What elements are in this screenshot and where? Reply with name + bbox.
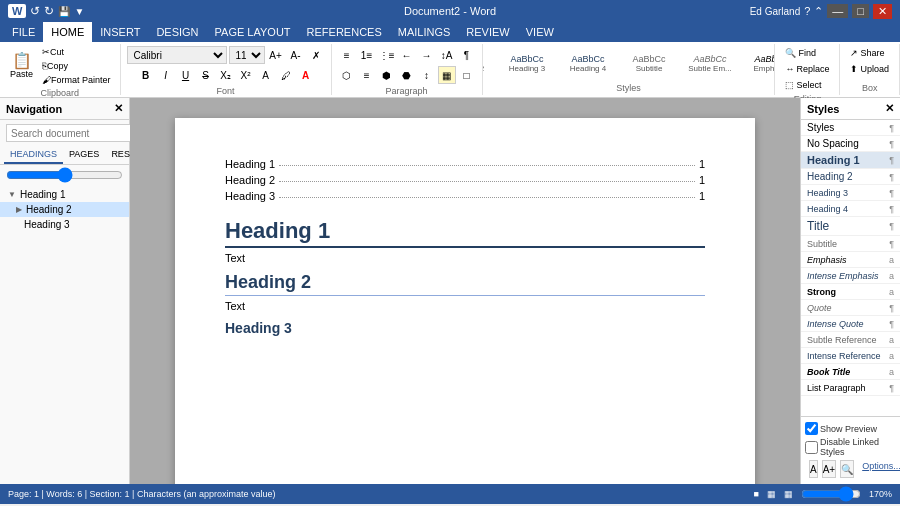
tab-mailings[interactable]: MAILINGS <box>390 22 459 42</box>
doc-page[interactable]: Heading 1 1 Heading 2 1 Heading 3 1 Head… <box>175 118 755 484</box>
style-heading2[interactable]: AaBbCc Heading 2 <box>483 46 495 81</box>
style-row-book-title[interactable]: Book Title a <box>801 364 900 380</box>
align-left-button[interactable]: ⬡ <box>338 66 356 84</box>
tab-insert[interactable]: INSERT <box>92 22 148 42</box>
style-heading3[interactable]: AaBbCc Heading 3 <box>498 46 556 81</box>
doc-text-1[interactable]: Text <box>225 252 705 264</box>
find-button[interactable]: 🔍 Find <box>781 46 820 60</box>
justify-button[interactable]: ⬣ <box>398 66 416 84</box>
doc-area[interactable]: Heading 1 1 Heading 2 1 Heading 3 1 Head… <box>130 98 800 484</box>
sort-button[interactable]: ↕A <box>438 46 456 64</box>
style-row-intense-em[interactable]: Intense Emphasis a <box>801 268 900 284</box>
cut-button[interactable]: ✂ Cut <box>39 46 114 58</box>
tab-references[interactable]: REFERENCES <box>299 22 390 42</box>
underline-button[interactable]: U <box>177 66 195 84</box>
italic-button[interactable]: I <box>157 66 175 84</box>
subscript-button[interactable]: X₂ <box>217 66 235 84</box>
replace-button[interactable]: ↔ Replace <box>781 62 833 76</box>
style-row-emphasis[interactable]: Emphasis a <box>801 252 900 268</box>
view-normal-button[interactable]: ■ <box>754 489 759 499</box>
maximize-button[interactable]: □ <box>852 4 869 18</box>
bold-button[interactable]: B <box>137 66 155 84</box>
copy-button[interactable]: ⎘ Copy <box>39 60 114 72</box>
tab-design[interactable]: DESIGN <box>148 22 206 42</box>
doc-text-2[interactable]: Text <box>225 300 705 312</box>
clear-format-button[interactable]: ✗ <box>307 46 325 64</box>
new-style-button[interactable]: A <box>809 460 818 478</box>
style-row-styles[interactable]: Styles ¶ <box>801 120 900 136</box>
doc-heading3[interactable]: Heading 3 <box>225 320 705 336</box>
style-row-list-paragraph[interactable]: List Paragraph ¶ <box>801 380 900 396</box>
nav-item-heading1[interactable]: ▼ Heading 1 <box>0 187 129 202</box>
minimize-button[interactable]: — <box>827 4 848 18</box>
doc-heading2[interactable]: Heading 2 <box>225 272 705 296</box>
manage-styles-button[interactable]: 🔍 <box>840 460 854 478</box>
paste-button[interactable]: 📋 Paste <box>6 51 37 81</box>
style-row-heading1[interactable]: Heading 1 ¶ <box>801 152 900 169</box>
style-row-heading4[interactable]: Heading 4 ¶ <box>801 201 900 217</box>
bullets-button[interactable]: ≡ <box>338 46 356 64</box>
style-row-no-spacing[interactable]: No Spacing ¶ <box>801 136 900 152</box>
nav-slider[interactable] <box>6 167 123 183</box>
styles-panel-close[interactable]: ✕ <box>885 102 894 115</box>
style-row-intense-quote[interactable]: Intense Quote ¶ <box>801 316 900 332</box>
decrease-indent-button[interactable]: ← <box>398 46 416 64</box>
shading-button[interactable]: ▦ <box>438 66 456 84</box>
tab-view[interactable]: VIEW <box>518 22 562 42</box>
style-row-subtle-ref[interactable]: Subtle Reference a <box>801 332 900 348</box>
superscript-button[interactable]: X² <box>237 66 255 84</box>
tab-home[interactable]: HOME <box>43 22 92 42</box>
show-hide-button[interactable]: ¶ <box>458 46 476 64</box>
numbering-button[interactable]: 1≡ <box>358 46 376 64</box>
ribbon-display-options[interactable]: ⌃ <box>814 5 823 18</box>
shrink-font-button[interactable]: A- <box>287 46 305 64</box>
align-center-button[interactable]: ≡ <box>358 66 376 84</box>
font-color-button[interactable]: A <box>297 66 315 84</box>
font-name-select[interactable]: Calibri <box>127 46 227 64</box>
show-preview-checkbox[interactable] <box>805 422 818 435</box>
view-read-button[interactable]: ▦ <box>784 489 793 499</box>
style-row-heading2[interactable]: Heading 2 ¶ <box>801 169 900 185</box>
style-emphasis[interactable]: AaBbCc Emphasis <box>742 46 775 81</box>
style-row-title[interactable]: Title ¶ <box>801 217 900 236</box>
nav-search-input[interactable] <box>6 124 143 142</box>
align-right-button[interactable]: ⬢ <box>378 66 396 84</box>
borders-button[interactable]: □ <box>458 66 476 84</box>
multilevel-list-button[interactable]: ⋮≡ <box>378 46 396 64</box>
nav-item-heading3[interactable]: Heading 3 <box>0 217 129 232</box>
view-web-button[interactable]: ▦ <box>767 489 776 499</box>
customize-quick-access[interactable]: ▼ <box>74 6 84 17</box>
nav-tab-pages[interactable]: PAGES <box>63 146 105 164</box>
close-button[interactable]: ✕ <box>873 4 892 19</box>
font-size-select[interactable]: 11 <box>229 46 265 64</box>
quick-access-redo[interactable]: ↻ <box>44 4 54 18</box>
tab-review[interactable]: REVIEW <box>458 22 517 42</box>
style-subtle-em[interactable]: AaBbCc Subtle Em... <box>681 46 739 81</box>
tab-page-layout[interactable]: PAGE LAYOUT <box>207 22 299 42</box>
style-row-subtitle[interactable]: Subtitle ¶ <box>801 236 900 252</box>
quick-access-save[interactable]: 💾 <box>58 6 70 17</box>
format-painter-button[interactable]: 🖌 Format Painter <box>39 74 114 86</box>
options-button[interactable]: Options... <box>858 460 900 478</box>
tab-file[interactable]: FILE <box>4 22 43 42</box>
increase-indent-button[interactable]: → <box>418 46 436 64</box>
disable-linked-checkbox[interactable] <box>805 441 818 454</box>
style-row-intense-ref[interactable]: Intense Reference a <box>801 348 900 364</box>
styles-list[interactable]: Styles ¶ No Spacing ¶ Heading 1 ¶ Headin… <box>801 120 900 416</box>
nav-close-button[interactable]: ✕ <box>114 102 123 115</box>
quick-access-undo[interactable]: ↺ <box>30 4 40 18</box>
line-spacing-button[interactable]: ↕ <box>418 66 436 84</box>
upload-button[interactable]: ⬆ Upload <box>846 62 893 76</box>
style-row-quote[interactable]: Quote ¶ <box>801 300 900 316</box>
nav-item-heading2[interactable]: ▶ Heading 2 <box>0 202 129 217</box>
text-effects-button[interactable]: A <box>257 66 275 84</box>
highlight-button[interactable]: 🖊 <box>277 66 295 84</box>
nav-tab-headings[interactable]: HEADINGS <box>4 146 63 164</box>
style-subtitle[interactable]: AaBbCc Subtitle <box>620 46 678 81</box>
help-button[interactable]: ? <box>804 5 810 17</box>
grow-font-button[interactable]: A+ <box>267 46 285 64</box>
style-heading4[interactable]: AaBbCc Heading 4 <box>559 46 617 81</box>
share-button[interactable]: ↗ Share <box>846 46 888 60</box>
style-inspector-button[interactable]: A+ <box>822 460 837 478</box>
strikethrough-button[interactable]: S <box>197 66 215 84</box>
